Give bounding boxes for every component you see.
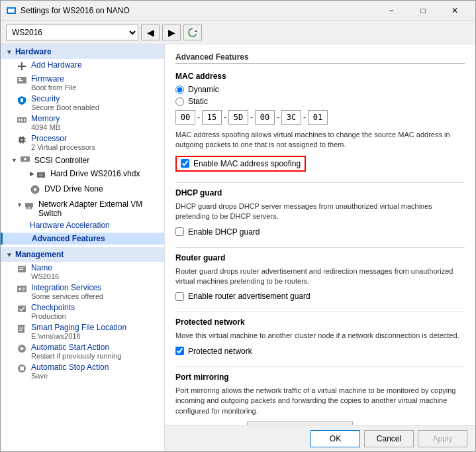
svg-rect-31 [25, 203, 33, 207]
svg-rect-1 [8, 9, 15, 13]
spoof-desc: MAC address spoofing allows virtual mach… [175, 130, 465, 150]
router-title: Router guard [175, 253, 465, 262]
svg-point-9 [21, 98, 23, 100]
svg-rect-46 [19, 329, 23, 329]
memory-label: Memory [31, 114, 60, 123]
security-label: Security [31, 94, 99, 103]
sidebar-item-add-hardware[interactable]: Add Hardware [1, 59, 164, 73]
harddrive-icon [36, 169, 46, 182]
sidebar-item-checkpoints[interactable]: Checkpoints Production [1, 302, 164, 321]
scsi-label: SCSI Controller [34, 156, 89, 165]
nav-back-button[interactable]: ◀ [141, 25, 160, 40]
nav-forward-button[interactable]: ▶ [162, 25, 181, 40]
sidebar-item-stopaction[interactable]: Automatic Stop Action Save [1, 361, 164, 381]
sidebar-item-scsi[interactable]: ▼ SCSI Controller [1, 152, 164, 168]
sidebar-item-network[interactable]: ▼ Network Adapter External VM Switch [1, 198, 164, 219]
router-checkbox-row: Enable router advertisement guard [175, 292, 465, 301]
mac-field-2[interactable] [202, 110, 222, 125]
mac-field-5[interactable] [281, 110, 301, 125]
divider-2 [175, 247, 465, 248]
svg-rect-7 [19, 80, 23, 82]
sidebar-item-startaction[interactable]: Automatic Start Action Restart if previo… [1, 341, 164, 361]
apply-button[interactable]: Apply [418, 430, 467, 447]
hardware-section-header[interactable]: ▼ Hardware [1, 44, 164, 59]
sidebar-item-processor[interactable]: Processor 2 Virtual processors [1, 133, 164, 152]
svg-point-39 [19, 288, 21, 290]
router-label: Enable router advertisement guard [188, 292, 310, 301]
svg-rect-47 [19, 330, 22, 331]
firmware-sub: Boot from File [31, 84, 76, 91]
dynamic-radio-row: Dynamic [175, 85, 465, 94]
toolbar: WS2016 ◀ ▶ [1, 21, 475, 44]
sidebar-item-hwaccel[interactable]: Hardware Acceleration [1, 219, 164, 233]
cancel-button[interactable]: Cancel [364, 430, 414, 447]
protected-checkbox[interactable] [175, 347, 184, 355]
sidebar-item-paging[interactable]: Smart Paging File Location E:\vms\ws2016 [1, 321, 164, 341]
mac-field-6[interactable] [308, 110, 328, 125]
management-collapse-icon: ▼ [6, 251, 13, 258]
main-window: Settings for WS2016 on NANO − □ ✕ WS2016… [0, 0, 476, 452]
sidebar-item-integration[interactable]: Integration Services Some services offer… [1, 282, 164, 302]
name-label: Name [31, 263, 59, 272]
window-title: Settings for WS2016 on NANO [21, 6, 376, 15]
mac-field-1[interactable] [175, 110, 195, 125]
stopaction-icon [17, 363, 27, 374]
startaction-sub: Restart if previously running [31, 352, 121, 360]
mac-field-3[interactable] [228, 110, 248, 125]
sidebar-item-dvd[interactable]: DVD Drive None [1, 183, 164, 198]
dhcp-guard-section: DHCP guard DHCP guard drops DHCP server … [175, 188, 465, 237]
network-label: Network Adapter [38, 199, 97, 209]
static-label: Static [188, 97, 208, 106]
dvd-icon [30, 184, 40, 197]
management-section-header[interactable]: ▼ Management [1, 247, 164, 262]
protected-title: Protected network [175, 317, 465, 327]
sidebar-item-advanced[interactable]: Advanced Features [1, 233, 164, 245]
sidebar-item-security[interactable]: Security Secure Boot enabled [1, 93, 164, 113]
processor-sub: 2 Virtual processors [31, 143, 95, 151]
processor-label: Processor [31, 134, 95, 143]
network-expand-icon: ▼ [17, 201, 23, 208]
sidebar-item-memory[interactable]: Memory 4094 MB [1, 113, 164, 133]
dhcp-title: DHCP guard [175, 188, 465, 198]
dynamic-label: Dynamic [188, 85, 219, 94]
maximize-button[interactable]: □ [408, 1, 438, 21]
harddrive-sub: WS2016.vhdx [91, 169, 140, 178]
checkpoints-icon [17, 304, 27, 314]
port-mirroring-section: Port mirroring Port mirroring allows the… [175, 372, 465, 425]
right-content: Advanced Features MAC address Dynamic St… [165, 44, 475, 425]
management-label: Management [15, 250, 64, 259]
static-radio[interactable] [175, 97, 184, 106]
hardware-label: Hardware [15, 47, 52, 56]
firmware-icon [17, 75, 27, 85]
mac-field-4[interactable] [255, 110, 275, 125]
paging-icon [17, 323, 27, 334]
router-checkbox[interactable] [175, 292, 184, 301]
sidebar-item-firmware[interactable]: Firmware Boot from File [1, 73, 164, 93]
sidebar-item-harddrive[interactable]: ▶ Hard Drive WS2016.vhdx [1, 168, 164, 183]
ok-button[interactable]: OK [310, 430, 360, 447]
integration-sub: Some services offered [31, 292, 103, 300]
harddrive-label: Hard Drive [50, 169, 88, 178]
dhcp-checkbox-row: Enable DHCP guard [175, 227, 465, 237]
name-sub: WS2016 [31, 272, 59, 280]
spoof-checkbox[interactable] [181, 159, 189, 168]
stopaction-label: Automatic Stop Action [31, 363, 109, 372]
protected-network-section: Protected network Move this virtual mach… [175, 317, 465, 355]
dhcp-desc: DHCP guard drops DHCP server messages fr… [175, 201, 465, 222]
spoof-checkbox-label[interactable]: Enable MAC address spoofing [175, 156, 306, 172]
scsi-icon [20, 154, 30, 166]
dhcp-checkbox[interactable] [175, 227, 184, 236]
minimize-button[interactable]: − [376, 1, 406, 21]
dvd-label: DVD Drive [44, 184, 82, 194]
svg-rect-15 [21, 139, 23, 141]
vm-selector[interactable]: WS2016 [6, 25, 138, 40]
integration-icon [17, 284, 27, 294]
sidebar-item-name[interactable]: Name WS2016 [1, 262, 164, 282]
memory-sub: 4094 MB [31, 123, 60, 131]
mirroring-desc: Port mirroring allows the network traffi… [175, 386, 465, 416]
dynamic-radio[interactable] [175, 85, 184, 94]
refresh-button[interactable] [183, 25, 202, 40]
hwaccel-label: Hardware Acceleration [30, 221, 110, 230]
close-button[interactable]: ✕ [440, 1, 470, 21]
svg-rect-41 [23, 290, 24, 291]
